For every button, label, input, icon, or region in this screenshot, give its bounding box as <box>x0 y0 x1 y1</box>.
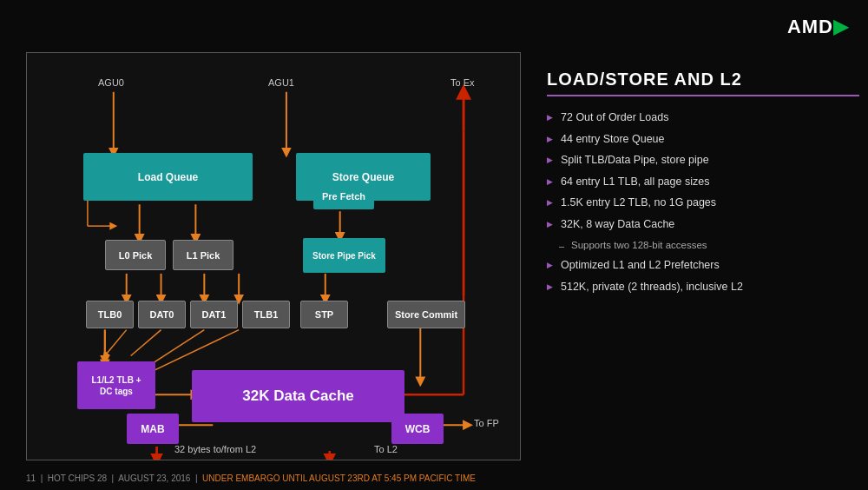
bullet-item: 64 entry L1 TLB, all page sizes <box>547 175 859 190</box>
svg-line-26 <box>105 330 127 356</box>
l0-pick-box: L0 Pick <box>105 240 166 270</box>
load-queue-box: Load Queue <box>83 153 253 201</box>
bullet-item: Supports two 128-bit accesses <box>547 238 859 252</box>
section-title: LOAD/STORE AND L2 <box>547 70 859 96</box>
agu0-label: AGU0 <box>98 77 124 88</box>
l1l2-tlb-box: L1/L2 TLB +DC tags <box>77 361 155 409</box>
agu1-label: AGU1 <box>268 77 294 88</box>
bullet-item: 32K, 8 way Data Cache <box>547 217 859 233</box>
footer-brand: HOT CHIPS 28 <box>48 473 107 483</box>
footer-embargo: UNDER EMBARGO UNTIL AUGUST 23RD AT 5:45 … <box>202 473 476 483</box>
bullet-item: 72 Out of Order Loads <box>547 110 859 126</box>
svg-line-27 <box>131 330 161 356</box>
bullet-item: 1.5K entry L2 TLB, no 1G pages <box>547 195 859 211</box>
to-fp-label: To FP <box>474 418 499 428</box>
to-ex-label: To Ex <box>450 77 475 88</box>
footer-page: 11 <box>26 473 36 483</box>
diagram-area: AGU0 AGU1 To Ex To FP To L2 32 bytes to/… <box>26 52 521 460</box>
l1-pick-box: L1 Pick <box>173 240 233 270</box>
bullet-item: 44 entry Store Queue <box>547 132 859 148</box>
content-area: LOAD/STORE AND L2 72 Out of Order Loads4… <box>547 70 859 301</box>
mab-box: MAB <box>127 414 179 444</box>
bullet-item: Optimized L1 and L2 Prefetchers <box>547 258 859 274</box>
amd-arrow-icon: ▶ <box>833 16 849 37</box>
bullet-item: Split TLB/Data Pipe, store pipe <box>547 153 859 169</box>
tlb0-box: TLB0 <box>86 301 134 328</box>
amd-logo: AMD▶ <box>787 16 849 38</box>
stp-box: STP <box>300 301 348 328</box>
tlb1-box: TLB1 <box>242 301 290 328</box>
bytes-l2-label: 32 bytes to/from L2 <box>174 444 256 454</box>
footer: 11 | HOT CHIPS 28 | AUGUST 23, 2016 | UN… <box>26 473 476 483</box>
wcb-box: WCB <box>391 414 444 444</box>
bullet-item: 512K, private (2 threads), inclusive L2 <box>547 280 859 295</box>
data-cache-box: 32K Data Cache <box>192 370 404 422</box>
bullet-list: 72 Out of Order Loads44 entry Store Queu… <box>547 110 859 295</box>
store-commit-box: Store Commit <box>387 301 465 328</box>
dat1-box: DAT1 <box>190 301 238 328</box>
footer-date: AUGUST 23, 2016 <box>118 473 190 483</box>
store-pipe-pick-box: Store Pipe Pick <box>303 238 385 273</box>
to-l2-label: To L2 <box>374 444 398 454</box>
dat0-box: DAT0 <box>138 301 186 328</box>
pre-fetch-box: Pre Fetch <box>313 183 374 209</box>
